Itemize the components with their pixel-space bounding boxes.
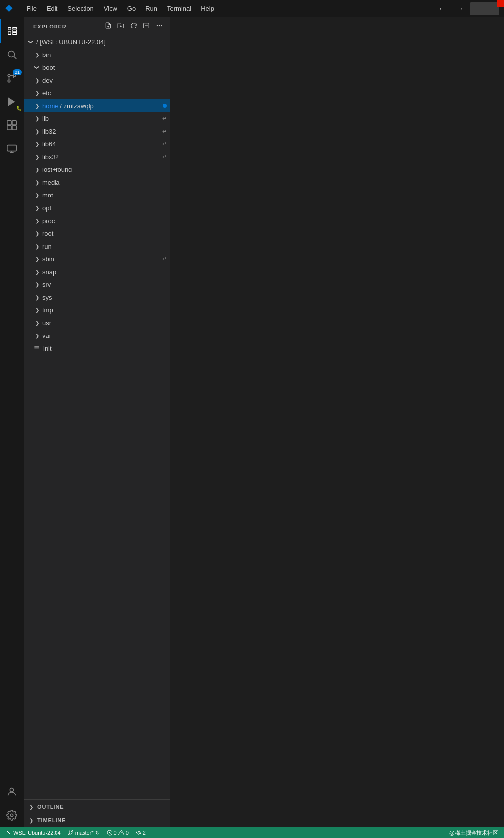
menu-terminal[interactable]: Terminal (163, 3, 195, 14)
tree-item-boot[interactable]: ❯ boot (24, 61, 170, 74)
tree-item-root-folder[interactable]: ❯ root (24, 227, 170, 240)
menu-run[interactable]: Run (141, 3, 161, 14)
tree-label-srv: srv (42, 281, 51, 288)
tree-label-lost-found: lost+found (42, 166, 72, 173)
chevron-icon: ❯ (33, 268, 41, 276)
svg-point-22 (157, 25, 158, 26)
tree-label-boot: boot (42, 64, 55, 71)
activity-extensions[interactable] (0, 113, 24, 137)
activity-account[interactable] (0, 780, 24, 804)
tree-label-libx32: libx32 (42, 153, 59, 161)
svg-rect-7 (7, 121, 11, 125)
new-file-button[interactable] (103, 21, 113, 31)
outline-chevron: ❯ (28, 803, 35, 810)
statusbar-right: @稀土掘金技术社区 (448, 827, 500, 838)
tree-item-snap[interactable]: ❯ snap (24, 265, 170, 278)
tree-item-sbin[interactable]: ❯ sbin ↵ (24, 252, 170, 265)
tree-item-libx32[interactable]: ❯ libx32 ↵ (24, 150, 170, 163)
svg-point-32 (68, 834, 70, 835)
activity-explorer[interactable] (0, 19, 24, 43)
chevron-icon: ❯ (33, 319, 41, 327)
file-tree: ❯ / [WSL: UBUNTU-22.04] ❯ bin ❯ boot (24, 33, 170, 799)
back-button[interactable]: ← (434, 2, 450, 15)
svg-point-15 (10, 814, 13, 817)
tree-item-etc[interactable]: ❯ etc (24, 86, 170, 99)
wsl-status[interactable]: WSL: Ubuntu-22.04 (4, 827, 63, 838)
tree-item-media[interactable]: ❯ media (24, 176, 170, 189)
tree-item-run[interactable]: ❯ run (24, 240, 170, 252)
chevron-icon: ❯ (33, 242, 41, 250)
ports-icon (136, 830, 141, 836)
x-icon (6, 830, 12, 836)
activity-remote[interactable] (0, 137, 24, 161)
forward-button[interactable]: → (452, 2, 468, 15)
tree-label-mnt: mnt (42, 192, 53, 199)
collapse-all-button[interactable] (141, 21, 152, 31)
svg-rect-8 (12, 121, 16, 125)
tree-item-mnt[interactable]: ❯ mnt (24, 189, 170, 201)
tree-root: ❯ / [WSL: UBUNTU-22.04] ❯ bin ❯ boot (24, 33, 170, 357)
tree-item-root[interactable]: ❯ / [WSL: UBUNTU-22.04] (24, 35, 170, 48)
svg-point-2 (8, 74, 10, 77)
tree-item-var[interactable]: ❯ var (24, 329, 170, 342)
tree-item-lib[interactable]: ❯ lib ↵ (24, 112, 170, 125)
activity-settings[interactable] (0, 804, 24, 827)
new-folder-button[interactable] (115, 21, 126, 31)
menu-selection[interactable]: Selection (63, 3, 97, 14)
tree-label-sbin: sbin (42, 255, 54, 263)
tree-item-dev[interactable]: ❯ dev (24, 74, 170, 86)
menu-edit[interactable]: Edit (43, 3, 61, 14)
source-control-badge: 21 (13, 69, 22, 75)
svg-rect-9 (7, 126, 11, 130)
tree-item-init[interactable]: init (24, 342, 170, 355)
error-count: 0 (114, 830, 117, 836)
tree-root-label: / [WSL: UBUNTU-22.04] (36, 38, 106, 46)
tree-item-lost-found[interactable]: ❯ lost+found (24, 163, 170, 176)
tree-item-sys[interactable]: ❯ sys (24, 291, 170, 304)
community-label[interactable]: @稀土掘金技术社区 (448, 827, 500, 838)
outline-title: OUTLINE (37, 804, 64, 810)
ports-status[interactable]: 2 (134, 827, 148, 838)
branch-label: master* (75, 830, 94, 836)
tree-item-proc[interactable]: ❯ proc (24, 214, 170, 227)
tree-item-home[interactable]: ❯ home / zmtzawqlp (24, 99, 170, 112)
tree-label-bin: bin (42, 51, 51, 58)
tree-item-right-libx32: ↵ (162, 154, 167, 160)
tree-item-srv[interactable]: ❯ srv (24, 278, 170, 291)
tree-item-right-sbin: ↵ (162, 256, 167, 262)
menu-help[interactable]: Help (197, 3, 218, 14)
chevron-icon: ❯ (33, 191, 41, 199)
more-actions-button[interactable] (154, 21, 165, 31)
chevron-icon: ❯ (33, 153, 41, 161)
tree-item-lib32[interactable]: ❯ lib32 ↵ (24, 125, 170, 138)
activity-run[interactable]: 🐛 (0, 90, 24, 113)
tree-label-var: var (42, 332, 51, 339)
tree-item-lib64[interactable]: ❯ lib64 ↵ (24, 138, 170, 150)
menu-file[interactable]: File (23, 3, 41, 14)
menu-go[interactable]: Go (123, 3, 140, 14)
tree-item-opt[interactable]: ❯ opt (24, 201, 170, 214)
activity-bar: 21 🐛 (0, 17, 24, 827)
errors-status[interactable]: 0 0 (105, 827, 131, 838)
tree-item-usr[interactable]: ❯ usr (24, 316, 170, 329)
branch-status[interactable]: master* ↻ (66, 827, 102, 838)
activity-search[interactable] (0, 43, 24, 66)
chevron-icon: ❯ (33, 63, 41, 71)
tree-label-lib: lib (42, 115, 49, 122)
outline-panel-header[interactable]: ❯ OUTLINE (24, 800, 170, 813)
warning-icon (118, 830, 124, 836)
timeline-panel-header[interactable]: ❯ TIMELINE (24, 813, 170, 827)
nav-buttons: ← → (434, 2, 499, 15)
menu-view[interactable]: View (100, 3, 121, 14)
activity-source-control[interactable]: 21 (0, 66, 24, 90)
chevron-icon: ❯ (33, 306, 41, 314)
sync-icon: ↵ (162, 154, 167, 160)
tree-label-etc: etc (42, 89, 51, 97)
svg-point-14 (10, 788, 13, 792)
search-input[interactable] (470, 2, 499, 15)
sync-button[interactable]: ↻ (95, 830, 100, 836)
titlebar: ❖ File Edit Selection View Go Run Termin… (0, 0, 504, 17)
refresh-button[interactable] (128, 21, 139, 31)
tree-item-bin[interactable]: ❯ bin (24, 48, 170, 61)
tree-item-tmp[interactable]: ❯ tmp (24, 304, 170, 316)
